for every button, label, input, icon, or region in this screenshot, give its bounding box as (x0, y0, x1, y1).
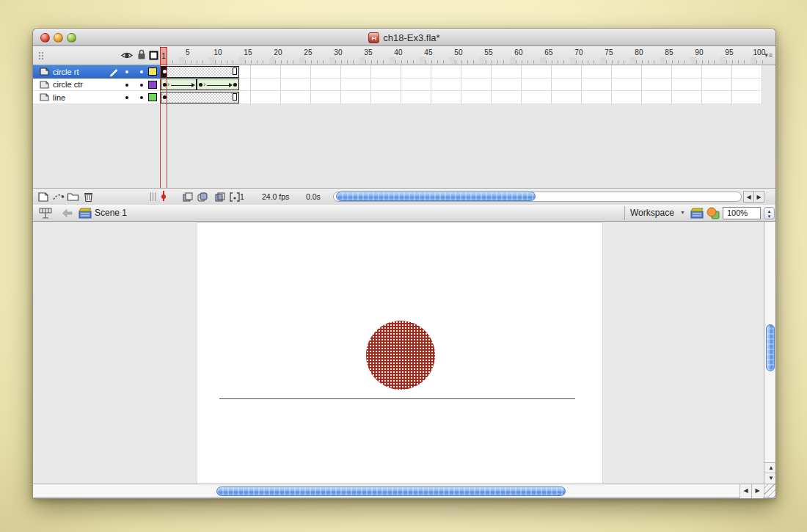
workspace-menu[interactable]: Workspace (630, 205, 674, 222)
frame-span[interactable] (161, 66, 239, 78)
tween-start-tick[interactable]: › (167, 81, 169, 88)
scroll-right-button[interactable]: ▶ (751, 484, 763, 498)
layer-panel-circle-rt[interactable]: circle rt (33, 65, 161, 79)
timeline-header: 5101520253035404550556065707580859095100… (33, 46, 775, 65)
tween-span[interactable]: › (161, 79, 197, 90)
ruler-tick (431, 60, 432, 64)
timeline-options-menu-icon[interactable]: ▾≡ (764, 51, 773, 59)
stage-line-shape[interactable] (219, 398, 575, 399)
timeline-hscroll-thumb[interactable] (336, 192, 536, 201)
layer-name[interactable]: line (53, 93, 65, 102)
layer-panel-line[interactable]: line (33, 91, 161, 104)
ruler-tick-block (420, 57, 426, 64)
ruler-tick (546, 60, 547, 64)
onion-skin-button[interactable] (197, 192, 210, 205)
scroll-up-button[interactable]: ▲ (764, 462, 776, 473)
keyframe-dot[interactable] (163, 83, 167, 87)
layer-row-circle-ctr[interactable]: circle ctr ›› (33, 79, 775, 92)
zoom-level-field[interactable]: 100% (723, 207, 761, 219)
layer-lock-dot[interactable] (140, 84, 143, 87)
timeline-toggle-icon[interactable] (39, 208, 52, 219)
layer-row-line[interactable]: line (33, 91, 775, 104)
playhead[interactable]: 1 (160, 47, 167, 65)
outline-all-layers-icon[interactable] (149, 51, 158, 60)
layer-name[interactable]: circle ctr (53, 80, 83, 89)
frames-circle-rt[interactable] (161, 65, 762, 79)
window-resize-grip[interactable] (764, 484, 776, 498)
scroll-left-button[interactable]: ◀ (740, 484, 751, 498)
playhead-marker-icon[interactable] (163, 191, 164, 201)
ruler-tick (293, 60, 293, 64)
workspace-caret-icon[interactable]: ▼ (680, 205, 685, 222)
stepper-down-icon[interactable]: ▼ (764, 214, 774, 219)
tween-arrow[interactable] (207, 85, 228, 86)
span-end-marker[interactable] (233, 68, 237, 75)
ruler-tick (202, 60, 203, 64)
ruler-tick-block (299, 57, 305, 64)
ruler-tick (401, 60, 402, 64)
ruler-tick (618, 60, 618, 64)
add-motion-guide-button[interactable] (52, 191, 65, 203)
span-end-marker[interactable] (233, 93, 237, 101)
lock-all-layers-icon[interactable] (137, 49, 146, 60)
layer-lock-dot[interactable] (140, 70, 143, 73)
layer-visibility-dot[interactable] (125, 84, 128, 87)
keyframe-dot[interactable] (163, 70, 167, 73)
ruler-number: 5 (186, 48, 190, 57)
edit-bar-divider (624, 206, 625, 220)
frame-rate-indicator[interactable]: 24.0 fps (262, 189, 289, 205)
panel-grip-icon[interactable] (38, 51, 44, 61)
ruler-tick-block (660, 57, 666, 64)
layer-name[interactable]: circle rt (53, 68, 78, 76)
vertical-scrollbar[interactable]: ▲ ▼ (764, 222, 776, 484)
layer-outline-color-swatch[interactable] (148, 93, 157, 101)
center-frame-button[interactable] (183, 192, 195, 205)
horizontal-scrollbar[interactable]: ◀ ▶ (33, 484, 776, 498)
layer-panel-circle-ctr[interactable]: circle ctr (33, 79, 161, 92)
layer-lock-dot[interactable] (140, 96, 143, 99)
tween-arrowhead[interactable] (229, 83, 233, 87)
keyframe-dot[interactable] (199, 83, 202, 87)
insert-folder-button[interactable] (67, 191, 79, 203)
horizontal-scrollbar-thumb[interactable] (216, 487, 566, 496)
keyframe-dot[interactable] (163, 95, 167, 99)
stage-circle-shape[interactable] (366, 321, 435, 390)
keyframe-dot[interactable] (233, 83, 237, 87)
ruler-tick (353, 60, 354, 64)
frame-span[interactable] (161, 92, 239, 103)
ruler-tick (281, 60, 282, 64)
panel-splitter-handle[interactable] (150, 192, 157, 201)
frames-line[interactable] (161, 91, 762, 104)
ruler-tick-block (239, 57, 245, 64)
ruler-tick (527, 60, 528, 64)
frames-circle-ctr[interactable]: ›› (161, 79, 762, 92)
tween-start-tick[interactable]: › (203, 81, 205, 88)
scroll-down-button[interactable]: ▼ (764, 473, 776, 483)
title-bar[interactable]: Fl ch18-Ex3.fla* (33, 29, 775, 46)
zoom-stepper[interactable]: ▲ ▼ (764, 207, 775, 219)
edit-scene-button[interactable] (690, 208, 704, 219)
onion-skin-outlines-button[interactable] (215, 192, 227, 205)
layer-outline-color-swatch[interactable] (148, 81, 157, 89)
vertical-scrollbar-thumb[interactable] (766, 324, 775, 371)
tween-span[interactable]: › (197, 79, 238, 90)
delete-layer-button[interactable] (83, 191, 95, 203)
layer-visibility-dot[interactable] (125, 96, 128, 99)
layer-row-circle-rt[interactable]: circle rt (33, 65, 775, 79)
tween-arrowhead[interactable] (191, 83, 195, 87)
timeline-hscroll-track[interactable] (333, 192, 742, 202)
edit-symbols-button[interactable] (706, 207, 720, 219)
timeline-scroll-left-button[interactable]: ◀ (743, 191, 754, 203)
timeline-scroll-right-button[interactable]: ▶ (753, 191, 764, 203)
selected-keyframe-cell[interactable] (161, 67, 167, 77)
current-frame-indicator: 1 (240, 189, 244, 205)
pasteboard[interactable]: ▲ ▼ (33, 222, 776, 484)
show-hide-all-layers-icon[interactable] (121, 51, 133, 60)
layer-outline-color-swatch[interactable] (148, 68, 157, 76)
scene-name-label[interactable]: Scene 1 (95, 205, 127, 222)
insert-layer-button[interactable] (37, 191, 50, 203)
tween-arrow[interactable] (171, 85, 191, 86)
layer-visibility-dot[interactable] (125, 70, 128, 73)
stepper-up-icon[interactable]: ▲ (764, 209, 774, 214)
back-arrow-icon[interactable] (62, 209, 73, 217)
